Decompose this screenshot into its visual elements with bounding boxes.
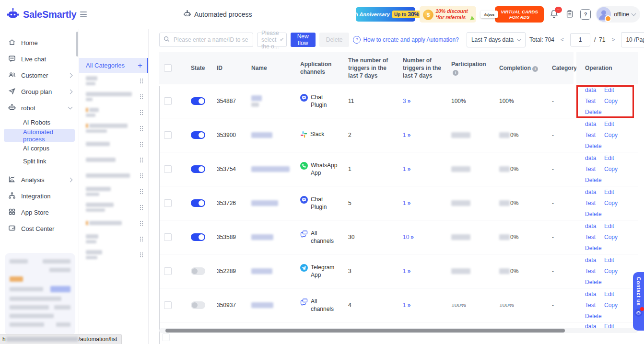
notifications-button[interactable]: ⋯ — [548, 9, 560, 20]
category-item[interactable] — [79, 231, 148, 247]
state-toggle[interactable] — [191, 131, 205, 139]
test-link[interactable]: Test — [585, 267, 604, 275]
trigger-detail-link[interactable]: 1» — [403, 131, 410, 139]
test-link[interactable]: Test — [585, 97, 604, 105]
help-link[interactable]: ? How to create and apply Automation? — [353, 36, 458, 44]
edit-link[interactable]: Edit — [604, 86, 618, 94]
add-category-button[interactable]: + — [138, 61, 142, 70]
delete-link[interactable]: Delete — [585, 176, 604, 184]
info-icon[interactable]: i — [532, 66, 538, 72]
row-checkbox[interactable] — [164, 131, 172, 139]
category-item[interactable] — [79, 120, 148, 136]
delete-link[interactable]: Delete — [585, 142, 604, 150]
data-link[interactable]: data — [585, 188, 604, 196]
category-menu-icon[interactable] — [140, 94, 143, 100]
copy-link[interactable]: Copy — [604, 199, 618, 207]
sidebar-item-home[interactable]: Home — [0, 34, 79, 51]
sidebar-item-cost-center[interactable]: Cost Center — [0, 220, 79, 237]
data-link[interactable]: data — [585, 256, 604, 264]
trigger-detail-link[interactable]: 10» — [403, 233, 414, 241]
trigger-detail-link[interactable]: 1» — [403, 301, 410, 309]
category-menu-icon[interactable] — [140, 110, 143, 115]
row-checkbox[interactable] — [164, 165, 172, 173]
next-page-button[interactable]: > — [609, 36, 617, 43]
category-menu-icon[interactable] — [140, 78, 143, 84]
data-link[interactable]: data — [585, 120, 604, 128]
state-toggle[interactable] — [191, 233, 205, 241]
filter-select[interactable]: Please select the o... — [257, 33, 287, 47]
referral-discount-banner[interactable]: $ 10% discount *for referrals — [420, 6, 476, 23]
test-link[interactable]: Test — [585, 301, 604, 309]
edit-link[interactable]: Edit — [604, 154, 618, 162]
state-toggle[interactable] — [191, 97, 205, 105]
test-link[interactable]: Test — [585, 199, 604, 207]
delete-link[interactable]: Delete — [585, 108, 604, 116]
new-flow-button[interactable]: New flow — [291, 33, 316, 47]
copy-link[interactable]: Copy — [604, 267, 618, 275]
help-button[interactable]: ? — [580, 9, 591, 20]
info-icon[interactable]: i — [453, 70, 458, 76]
state-toggle[interactable] — [191, 199, 205, 207]
delete-link[interactable]: Delete — [585, 278, 604, 286]
edit-link[interactable]: Edit — [604, 188, 618, 196]
edit-link[interactable]: Edit — [604, 120, 618, 128]
copy-link[interactable]: Copy — [604, 301, 618, 309]
copy-link[interactable]: Copy — [604, 97, 618, 105]
sidebar-item-group-plan[interactable]: Group plan — [0, 83, 79, 100]
copy-link[interactable]: Copy — [604, 165, 618, 173]
horizontal-scrollbar-thumb[interactable] — [165, 329, 565, 333]
sidebar-item-customer[interactable]: Customer — [0, 67, 79, 83]
row-checkbox[interactable] — [164, 233, 172, 241]
trigger-detail-link[interactable]: 1» — [403, 267, 410, 275]
category-menu-icon[interactable] — [140, 126, 143, 131]
prev-page-button[interactable]: < — [558, 36, 566, 43]
category-menu-icon[interactable] — [140, 205, 143, 210]
test-link[interactable]: Test — [585, 233, 604, 241]
sidebar-item-automated-process[interactable]: Automated process — [4, 129, 75, 142]
sidebar-item-live-chat[interactable]: Live chat — [0, 51, 79, 67]
trigger-detail-link[interactable]: 1» — [403, 165, 410, 173]
test-link[interactable]: Test — [585, 131, 604, 139]
tasks-button[interactable] — [564, 9, 575, 20]
row-checkbox[interactable] — [164, 267, 172, 275]
category-item[interactable] — [79, 152, 148, 168]
search-input[interactable] — [173, 36, 249, 44]
collapse-sidebar-icon[interactable] — [80, 11, 87, 17]
category-menu-icon[interactable] — [140, 252, 143, 258]
page-number-input[interactable] — [570, 33, 590, 46]
data-link[interactable]: data — [585, 290, 604, 298]
copy-link[interactable]: Copy — [604, 131, 618, 139]
state-toggle[interactable] — [191, 301, 205, 309]
row-checkbox[interactable] — [162, 333, 170, 341]
contact-us-tab[interactable]: Contact us — [633, 272, 644, 331]
state-toggle[interactable] — [191, 165, 205, 173]
delete-link[interactable]: Delete — [585, 244, 604, 252]
category-item[interactable] — [79, 73, 148, 89]
category-item[interactable] — [79, 215, 148, 231]
test-link[interactable]: Test — [585, 165, 604, 173]
sidebar-item-analysis[interactable]: Analysis — [0, 172, 79, 188]
data-link[interactable]: data — [585, 222, 604, 230]
delete-link[interactable]: Delete — [585, 210, 604, 218]
user-menu[interactable]: offline — [596, 6, 640, 23]
category-menu-icon[interactable] — [140, 220, 143, 226]
row-checkbox[interactable] — [164, 199, 172, 207]
category-menu-icon[interactable] — [140, 189, 143, 195]
category-item[interactable] — [79, 183, 148, 199]
sidebar-item-ai-robots[interactable]: AI Robots — [0, 116, 79, 129]
anniversary-banner[interactable]: 4th Anniversary Up to 30% — [356, 7, 415, 22]
category-item[interactable] — [79, 247, 148, 263]
category-item[interactable] — [79, 199, 148, 215]
sidebar-item-robot[interactable]: robot — [0, 100, 79, 116]
category-menu-icon[interactable] — [140, 141, 143, 147]
category-item[interactable] — [79, 168, 148, 183]
virtual-cards-banner[interactable]: Adpos VIRTUAL CARDS FOR ADS — [480, 6, 544, 23]
all-categories-item[interactable]: All Categories + — [79, 58, 148, 73]
brand-logo[interactable]: SaleSmartly — [0, 8, 79, 22]
row-checkbox[interactable] — [164, 97, 172, 105]
page-size-select[interactable]: 10 /Page — [621, 32, 644, 47]
category-item[interactable] — [79, 89, 148, 104]
trigger-detail-link[interactable]: 1» — [403, 199, 410, 207]
sidebar-item-app-store[interactable]: App Store — [0, 204, 79, 220]
edit-link[interactable]: Edit — [604, 222, 618, 230]
